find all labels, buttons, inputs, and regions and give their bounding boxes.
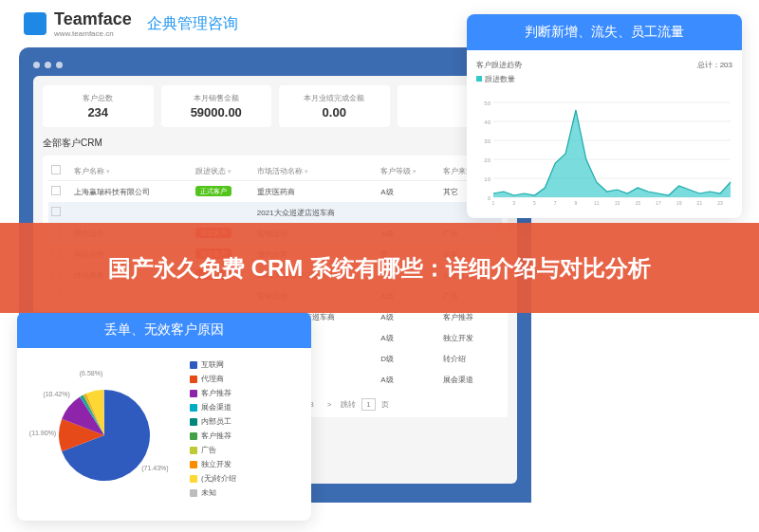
legend-swatch bbox=[190, 475, 197, 483]
svg-text:0: 0 bbox=[488, 195, 491, 201]
pie-legend: 互联网代理商客户推荐展会渠道内部员工客户推荐广告独立开发(无)转介绍未知 bbox=[190, 359, 236, 511]
svg-text:17: 17 bbox=[656, 200, 661, 206]
svg-text:13: 13 bbox=[615, 200, 620, 206]
stat-label: 本月业绩完成金额 bbox=[287, 93, 382, 103]
svg-text:1: 1 bbox=[492, 200, 495, 206]
logo-icon bbox=[24, 12, 46, 35]
svg-text:20: 20 bbox=[484, 157, 491, 163]
brand-tagline: 企典管理咨询 bbox=[147, 14, 238, 34]
svg-text:23: 23 bbox=[717, 200, 723, 206]
brand-name: Teamface bbox=[54, 9, 132, 29]
table-header[interactable]: 客户名称▾ bbox=[71, 161, 193, 181]
legend-item: 客户推荐 bbox=[190, 431, 236, 441]
legend-swatch bbox=[190, 361, 197, 369]
table-header[interactable]: 市场活动名称▾ bbox=[254, 161, 378, 181]
article-title: 国产永久免费 CRM 系统有哪些：详细介绍与对比分析 bbox=[70, 252, 689, 284]
svg-text:5: 5 bbox=[533, 200, 536, 206]
legend-swatch bbox=[190, 404, 197, 412]
sort-icon[interactable]: ▾ bbox=[106, 168, 110, 174]
legend-item: 互联网 bbox=[190, 359, 236, 370]
legend-swatch bbox=[190, 461, 197, 468]
stat-label: 本月销售金额 bbox=[169, 93, 265, 103]
stat-value: 0.00 bbox=[287, 105, 382, 119]
window-controls[interactable] bbox=[33, 62, 517, 68]
svg-text:50: 50 bbox=[484, 101, 491, 106]
stat-card: 客户总数234 bbox=[43, 85, 154, 127]
line-chart: 010203040501357911131517192123 bbox=[476, 88, 732, 211]
legend-swatch bbox=[190, 376, 197, 383]
legend-item: 代理商 bbox=[190, 374, 236, 384]
brand-url: www.teamface.cn bbox=[54, 29, 132, 38]
checkbox-icon[interactable] bbox=[51, 207, 61, 216]
svg-text:3: 3 bbox=[512, 200, 515, 206]
legend-item: 独立开发 bbox=[190, 459, 236, 469]
line-chart-card: 判断新增、流失、员工流量 客户跟进趋势 总计：203 跟进数量 01020304… bbox=[467, 14, 742, 218]
checkbox-icon[interactable] bbox=[51, 186, 61, 195]
legend-item: 广告 bbox=[190, 445, 236, 455]
svg-text:(11.90%): (11.90%) bbox=[29, 430, 56, 437]
stat-value: 59000.00 bbox=[169, 105, 265, 119]
stat-card: 本月业绩完成金额0.00 bbox=[279, 85, 390, 127]
table-row[interactable]: 2021大众巡逻店巡车商 bbox=[48, 202, 502, 223]
sort-icon[interactable]: ▾ bbox=[305, 168, 308, 174]
stat-value: 234 bbox=[50, 105, 146, 119]
line-chart-title: 判断新增、流失、员工流量 bbox=[467, 14, 742, 50]
status-badge: 正式客户 bbox=[195, 186, 231, 196]
legend-swatch bbox=[190, 432, 197, 440]
sort-icon[interactable]: ▾ bbox=[228, 168, 231, 174]
legend-item: 内部员工 bbox=[190, 416, 236, 427]
svg-text:40: 40 bbox=[484, 119, 491, 125]
svg-text:(71.43%): (71.43%) bbox=[141, 465, 168, 472]
section-title: 全部客户CRM bbox=[43, 137, 508, 150]
svg-text:10: 10 bbox=[484, 176, 491, 182]
svg-text:9: 9 bbox=[575, 200, 578, 206]
checkbox-icon[interactable] bbox=[51, 165, 61, 174]
table-row[interactable]: 上海赢瑞科技有限公司正式客户重庆医药商A级其它 bbox=[48, 181, 502, 203]
legend-item: 客户推荐 bbox=[190, 388, 236, 398]
svg-text:19: 19 bbox=[676, 200, 682, 206]
pie-chart-title: 丢单、无效客户原因 bbox=[17, 312, 311, 348]
svg-text:(6.58%): (6.58%) bbox=[80, 370, 103, 377]
brand-logo: Teamface www.teamface.cn 企典管理咨询 bbox=[24, 9, 238, 38]
table-header[interactable]: 客户等级▾ bbox=[378, 161, 439, 181]
pie-chart-card: 丢单、无效客户原因 (71.43%)(11.90%)(10.42%)(6.58%… bbox=[17, 312, 311, 521]
table-header[interactable] bbox=[48, 161, 71, 181]
legend-swatch bbox=[190, 489, 197, 497]
legend-item: (无)转介绍 bbox=[190, 473, 236, 484]
line-chart-total: 总计：203 bbox=[697, 60, 732, 70]
sort-icon[interactable]: ▾ bbox=[413, 168, 417, 174]
legend-swatch bbox=[190, 447, 197, 454]
pager-next[interactable]: > bbox=[324, 398, 336, 411]
stat-label: 客户总数 bbox=[50, 93, 146, 103]
svg-text:21: 21 bbox=[697, 200, 703, 206]
svg-text:7: 7 bbox=[554, 200, 557, 206]
table-header[interactable]: 跟进状态▾ bbox=[193, 161, 254, 181]
svg-text:(10.42%): (10.42%) bbox=[43, 391, 69, 398]
pie-chart: (71.43%)(11.90%)(10.42%)(6.58%) bbox=[28, 359, 180, 511]
svg-text:30: 30 bbox=[484, 138, 491, 144]
stat-card: 本月销售金额59000.00 bbox=[161, 85, 272, 127]
legend-swatch bbox=[190, 418, 197, 426]
legend-item: 展会渠道 bbox=[190, 402, 236, 413]
article-title-overlay: 国产永久免费 CRM 系统有哪些：详细介绍与对比分析 bbox=[0, 223, 759, 313]
svg-text:15: 15 bbox=[635, 200, 640, 206]
line-chart-legend: 跟进数量 bbox=[476, 74, 515, 84]
svg-text:11: 11 bbox=[594, 200, 600, 206]
legend-swatch bbox=[190, 390, 197, 397]
legend-item: 未知 bbox=[190, 487, 236, 498]
line-chart-subtitle: 客户跟进趋势 bbox=[476, 60, 522, 70]
